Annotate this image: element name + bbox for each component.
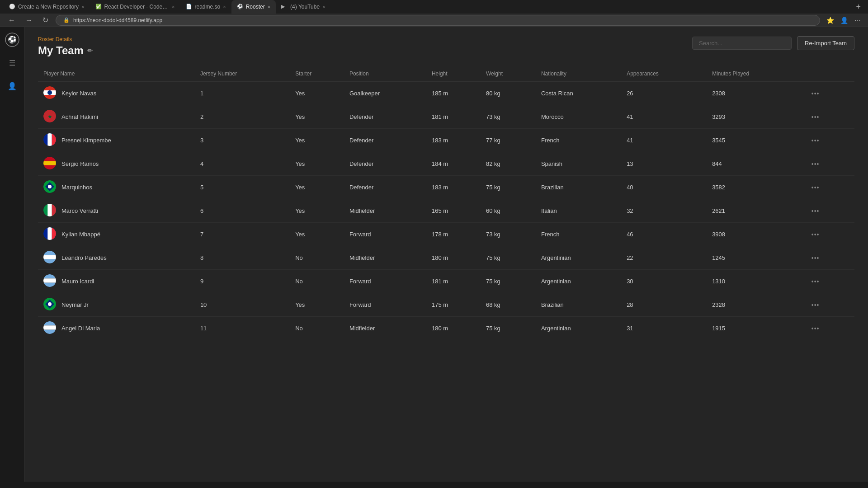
player-name: Mauro Icardi <box>61 278 94 285</box>
player-name-cell: Marco Verratti <box>38 199 195 223</box>
svg-rect-36 <box>43 255 56 259</box>
svg-rect-18 <box>43 161 56 165</box>
svg-rect-15 <box>52 133 56 146</box>
appearances-cell: 41 <box>621 129 707 152</box>
appearances-cell: 40 <box>621 176 707 199</box>
users-icon[interactable]: 👤 <box>5 79 19 93</box>
jersey-number-cell: 3 <box>195 129 290 152</box>
tab-tab2[interactable]: ✅ React Developer - Code Challen... × <box>90 0 180 14</box>
table-row: Leandro Paredes 8 No Midfielder 180 m 75… <box>38 246 854 270</box>
player-flag <box>43 157 56 171</box>
more-options-button[interactable]: ••• <box>808 324 823 333</box>
more-options-button[interactable]: ••• <box>808 300 823 310</box>
player-flag <box>43 86 56 100</box>
tab-favicon: ⚪ <box>9 4 15 10</box>
page-header: Roster Details My Team ✏ Re-Import Team <box>38 36 854 57</box>
reload-button[interactable]: ↻ <box>40 15 51 25</box>
settings-icon[interactable]: ⋯ <box>853 15 863 26</box>
svg-rect-35 <box>43 251 56 255</box>
tab-label: readme.so <box>195 4 221 10</box>
profile-icon[interactable]: 👤 <box>839 15 850 26</box>
table-row: Marquinhos 5 Yes Defender 183 m 75 kg Br… <box>38 176 854 199</box>
height-cell: 180 m <box>426 317 481 340</box>
starter-cell: Yes <box>290 199 344 223</box>
nationality-cell: Brazilian <box>536 176 621 199</box>
player-name-cell: Presnel Kimpembe <box>38 129 195 152</box>
more-options-button[interactable]: ••• <box>808 136 823 145</box>
th-minutes-played: Minutes Played <box>707 66 802 82</box>
position-cell: Forward <box>344 270 426 293</box>
nationality-cell: French <box>536 223 621 246</box>
tab-close-button[interactable]: × <box>322 4 325 9</box>
height-cell: 178 m <box>426 223 481 246</box>
player-name: Sergio Ramos <box>61 160 99 167</box>
jersey-number-cell: 8 <box>195 246 290 270</box>
svg-rect-48 <box>43 325 56 329</box>
more-options-button[interactable]: ••• <box>808 160 823 169</box>
app-container: ⚽ ☰ 👤 Roster Details My Team ✏ Re-Import… <box>0 27 868 482</box>
jersey-number-cell: 1 <box>195 82 290 105</box>
table-row: Sergio Ramos 4 Yes Defender 184 m 82 kg … <box>38 152 854 176</box>
svg-rect-4 <box>43 86 56 90</box>
more-options-button[interactable]: ••• <box>808 113 823 122</box>
svg-rect-19 <box>43 165 56 169</box>
tab-favicon: ▶ <box>281 4 288 10</box>
position-cell: Defender <box>344 176 426 199</box>
app-logo: ⚽ <box>5 33 19 47</box>
tab-tab3[interactable]: 📄 readme.so × <box>180 0 231 14</box>
height-cell: 183 m <box>426 129 481 152</box>
player-name-cell: Sergio Ramos <box>38 152 195 176</box>
weight-cell: 80 kg <box>481 82 536 105</box>
tab-close-button[interactable]: × <box>268 4 270 9</box>
back-button[interactable]: ← <box>5 15 18 25</box>
minutes-played-cell: 3545 <box>707 129 802 152</box>
actions-cell: ••• <box>802 129 854 152</box>
more-options-button[interactable]: ••• <box>808 183 823 192</box>
appearances-cell: 22 <box>621 246 707 270</box>
th-height: Height <box>426 66 481 82</box>
position-cell: Defender <box>344 129 426 152</box>
tab-close-button[interactable]: × <box>223 4 226 9</box>
appearances-cell: 30 <box>621 270 707 293</box>
player-name: Keylor Navas <box>61 90 96 97</box>
starter-cell: No <box>290 317 344 340</box>
extension-icon[interactable]: ⭐ <box>825 15 836 26</box>
tab-tab4[interactable]: ⚽ Rooster × <box>231 0 276 14</box>
tab-close-button[interactable]: × <box>81 4 84 9</box>
more-options-button[interactable]: ••• <box>808 206 823 216</box>
more-options-button[interactable]: ••• <box>808 253 823 263</box>
search-input[interactable] <box>692 37 792 50</box>
new-tab-button[interactable]: + <box>852 2 864 12</box>
nav-bar: ← → ↻ 🔒 https://neon-dodol-dd4589.netlif… <box>0 14 868 27</box>
svg-rect-33 <box>52 227 56 240</box>
nationality-cell: Argentinian <box>536 317 621 340</box>
tab-label: Rooster <box>246 4 265 10</box>
reimport-button[interactable]: Re-Import Team <box>797 36 854 50</box>
player-flag <box>43 274 56 288</box>
height-cell: 184 m <box>426 152 481 176</box>
address-bar[interactable]: 🔒 https://neon-dodol-dd4589.netlify.app <box>56 15 820 26</box>
more-options-button[interactable]: ••• <box>808 277 823 286</box>
th-nationality: Nationality <box>536 66 621 82</box>
position-cell: Midfielder <box>344 317 426 340</box>
weight-cell: 73 kg <box>481 105 536 129</box>
minutes-played-cell: 1915 <box>707 317 802 340</box>
player-name: Marco Verratti <box>61 207 98 214</box>
actions-cell: ••• <box>802 223 854 246</box>
svg-rect-6 <box>43 95 56 99</box>
nationality-cell: Brazilian <box>536 293 621 317</box>
more-options-button[interactable]: ••• <box>808 89 823 98</box>
table-header: Player NameJersey NumberStarterPositionH… <box>38 66 854 82</box>
player-name: Leandro Paredes <box>61 254 107 261</box>
forward-button[interactable]: → <box>23 15 35 25</box>
menu-icon[interactable]: ☰ <box>6 56 18 70</box>
player-flag <box>43 298 56 312</box>
appearances-cell: 28 <box>621 293 707 317</box>
tab-tab5[interactable]: ▶ (4) YouTube × <box>276 0 330 14</box>
position-cell: Forward <box>344 223 426 246</box>
tab-tab1[interactable]: ⚪ Create a New Repository × <box>4 0 90 14</box>
more-options-button[interactable]: ••• <box>808 230 823 239</box>
edit-icon[interactable]: ✏ <box>87 47 93 54</box>
tab-close-button[interactable]: × <box>172 4 175 9</box>
actions-cell: ••• <box>802 152 854 176</box>
